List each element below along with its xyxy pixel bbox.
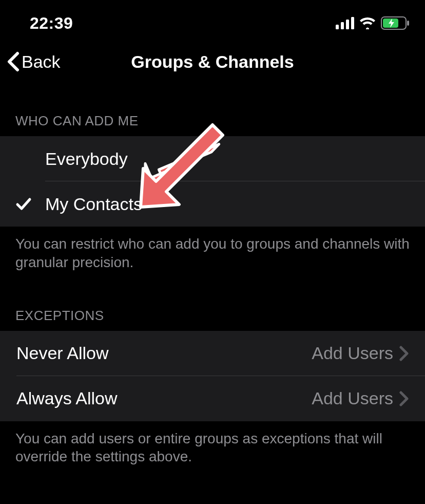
checkmark-icon [15,196,45,212]
section-header-exceptions: EXCEPTIONS [0,272,425,331]
exceptions-group: Never Allow Add Users Always Allow Add U… [0,331,425,421]
chevron-right-icon [399,391,409,406]
status-icons [336,16,410,30]
chevron-right-icon [399,346,409,361]
back-button[interactable]: Back [6,51,61,72]
svg-rect-1 [341,22,344,29]
status-time: 22:39 [30,14,73,33]
section-footer-exceptions: You can add users or entire groups as ex… [0,421,425,466]
navigation-bar: Back Groups & Channels [0,41,425,86]
back-label: Back [22,52,61,72]
chevron-left-icon [6,51,21,72]
svg-rect-3 [351,17,354,29]
row-label: Always Allow [16,388,312,408]
row-always-allow[interactable]: Always Allow Add Users [0,376,425,421]
section-header-who-can-add: WHO CAN ADD ME [0,86,425,136]
who-can-add-group: Everybody My Contacts [0,136,425,227]
option-label: My Contacts [45,194,409,214]
svg-rect-0 [336,25,339,29]
svg-rect-6 [407,21,409,26]
cellular-signal-icon [336,17,354,29]
section-footer-who-can-add: You can restrict who can add you to grou… [0,227,425,272]
svg-rect-2 [346,20,349,29]
option-everybody[interactable]: Everybody [0,136,425,181]
option-label: Everybody [45,149,409,169]
status-bar: 22:39 [0,0,425,41]
row-never-allow[interactable]: Never Allow Add Users [0,331,425,376]
row-value: Add Users [312,343,393,363]
battery-charging-icon [381,16,410,30]
wifi-icon [359,17,376,29]
row-label: Never Allow [16,343,312,363]
option-my-contacts[interactable]: My Contacts [0,181,425,227]
page-title: Groups & Channels [131,52,294,72]
row-value: Add Users [312,388,393,408]
